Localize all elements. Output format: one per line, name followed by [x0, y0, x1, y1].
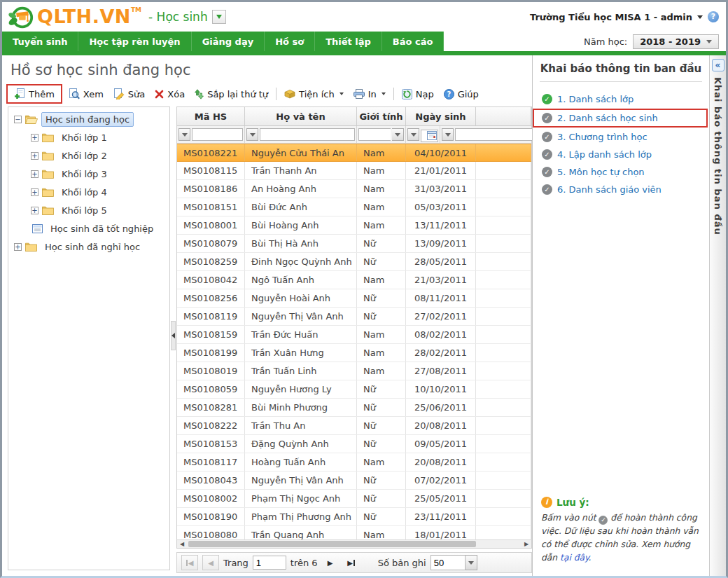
toolbar-refresh-button[interactable]: Nạp	[397, 86, 439, 102]
tree-item-2[interactable]: +Khối lớp 2	[8, 146, 169, 165]
table-row[interactable]: MS0108115Trần Thanh AnNam21/01/2011	[177, 162, 531, 180]
expand-node-icon[interactable]: +	[31, 207, 38, 214]
table-row[interactable]: MS0108001Bùi Hoàng AnhNam13/11/2011	[177, 216, 531, 235]
setup-step-2[interactable]: ✓2. Danh sách học sinh	[533, 109, 708, 128]
expand-node-icon[interactable]: +	[31, 188, 38, 196]
column-header-3[interactable]: Ngày sinh	[406, 107, 476, 125]
nav-tab-4[interactable]: Thiết lập	[315, 32, 382, 51]
page-size-select[interactable]	[430, 555, 477, 570]
calendar-icon[interactable]	[427, 130, 437, 143]
tree-item-0[interactable]: −Học sinh đang học	[8, 110, 169, 128]
toolbar-add-button[interactable]: Thêm	[9, 85, 59, 102]
filter-cell-3	[406, 126, 440, 143]
help-icon[interactable]: ?	[708, 11, 719, 22]
toolbar-view-button[interactable]: Xem	[64, 85, 108, 102]
tree-item-5[interactable]: +Khối lớp 5	[8, 201, 169, 219]
nav-tab-3[interactable]: Hồ sơ	[265, 32, 315, 51]
horizontal-scrollbar[interactable]: ◀ ▶	[176, 539, 532, 549]
extra-cell	[476, 235, 531, 252]
gender-filter-select[interactable]	[358, 128, 391, 141]
tree-item-3[interactable]: +Khối lớp 3	[8, 165, 169, 183]
filter-operator-dropdown[interactable]	[178, 128, 190, 141]
filter-operator-dropdown[interactable]	[246, 128, 258, 141]
filter-input[interactable]	[260, 128, 355, 141]
scrollbar-thumb[interactable]	[188, 541, 476, 547]
table-row[interactable]: MS0108019Trần Tuấn LinhNam27/08/2011	[177, 362, 531, 380]
toolbar-utility-button[interactable]: Tiện ích	[279, 86, 349, 102]
table-row[interactable]: MS0108080Trần Quang AnhNam18/01/2011	[177, 526, 531, 539]
column-header-2[interactable]: Giới tính	[357, 107, 406, 125]
expand-node-icon[interactable]: +	[14, 243, 22, 251]
table-row[interactable]: MS0108059Nguyễn Hương LyNữ10/10/2011	[177, 380, 531, 399]
toolbar-help-button[interactable]: ?Giúp	[439, 86, 484, 102]
table-row[interactable]: MS0108151Bùi Đức AnhNam05/03/2011	[177, 198, 531, 216]
last-page-button[interactable]: ▶	[343, 555, 360, 570]
table-row[interactable]: MS0108153Đặng Quỳnh AnhNữ09/05/2011	[177, 435, 531, 453]
tree-item-1[interactable]: +Khối lớp 1	[8, 128, 169, 146]
table-row[interactable]: MS0108042Ngô Tuấn AnhNam21/03/2011	[177, 271, 531, 289]
filter-input[interactable]	[192, 128, 243, 141]
tree-item-4[interactable]: +Khối lớp 4	[8, 183, 169, 201]
setup-step-4[interactable]: ✓4. Lập danh sách lớp	[533, 146, 709, 163]
first-page-button[interactable]: ◀	[181, 555, 198, 570]
collapse-sidebar-button[interactable]: «	[712, 59, 724, 71]
page-number-input[interactable]	[253, 556, 286, 570]
table-row[interactable]: MS0108002Phạm Thị Ngọc AnhNữ25/05/2011	[177, 490, 531, 508]
nav-tab-0[interactable]: Tuyển sinh	[2, 32, 78, 51]
splitter-grip[interactable]	[171, 321, 176, 350]
student-name-cell: Đặng Quỳnh Anh	[245, 435, 357, 453]
table-row[interactable]: MS0108043Nguyễn Thị Vân AnhNữ07/02/2011	[177, 472, 531, 490]
table-row[interactable]: MS0108117Hoàng Tuấn AnhNam20/08/2011	[177, 453, 531, 472]
table-row[interactable]: MS0108222Trần Thu AnNữ20/08/2011	[177, 417, 531, 435]
expand-node-icon[interactable]: +	[31, 170, 38, 178]
nav-tab-5[interactable]: Báo cáo	[382, 32, 444, 51]
page-size-value[interactable]	[430, 555, 465, 570]
guide-link[interactable]: tại đây	[560, 553, 589, 563]
setup-step-5[interactable]: ✓5. Môn học tự chọn	[533, 163, 709, 181]
column-header-1[interactable]: Họ và tên	[245, 107, 357, 125]
table-row[interactable]: MS0108186An Hoàng AnhNam31/03/2011	[177, 180, 531, 198]
column-header-4[interactable]	[476, 107, 531, 125]
nav-tab-2[interactable]: Giảng dạy	[192, 32, 265, 51]
expand-node-icon[interactable]: +	[31, 134, 38, 142]
scrollbar-track[interactable]	[187, 540, 522, 548]
toolbar-print-button[interactable]: In	[349, 86, 391, 102]
app-window: QLTH.VN TM - Học sinh Trường Tiểu học MI…	[0, 0, 728, 578]
school-year-select[interactable]: 2018 - 2019	[633, 34, 719, 49]
nav-tab-1[interactable]: Học tập rèn luyện	[78, 32, 191, 51]
table-row[interactable]: MS0108221Nguyễn Cửu Thái AnNam04/10/2011	[177, 144, 531, 162]
setup-step-3[interactable]: ✓3. Chương trình học	[533, 128, 709, 146]
account-menu[interactable]: Trường Tiểu học MISA 1 - admin	[530, 12, 692, 22]
next-page-button[interactable]: ▶	[322, 555, 339, 570]
panel-splitter[interactable]	[170, 106, 176, 573]
table-row[interactable]: MS0108159Trần Đức HuấnNam08/02/2011	[177, 326, 531, 344]
table-row[interactable]: MS0108256Nguyễn Hoài AnhNữ08/11/2011	[177, 289, 531, 308]
toolbar-sort-button[interactable]: Sắp lại thứ tự	[190, 86, 273, 102]
tree-item-6[interactable]: Học sinh đã tốt nghiệp	[8, 219, 169, 238]
table-row[interactable]: MS0108199Trần Xuân HưngNam28/02/2011	[177, 344, 531, 362]
student-id-cell: MS0108059	[177, 380, 245, 398]
chevron-down-icon[interactable]	[697, 15, 703, 19]
scroll-left-icon[interactable]: ◀	[177, 541, 187, 547]
prev-page-button[interactable]: ◀	[202, 555, 219, 570]
toolbar-delete-button[interactable]: Xóa	[150, 86, 190, 102]
chevron-down-icon[interactable]	[392, 128, 404, 141]
table-row[interactable]: MS0108190Phạm Thị Phương AnhNữ23/11/2011	[177, 508, 531, 526]
setup-step-6[interactable]: ✓6. Danh sách giáo viên	[533, 181, 709, 198]
table-row[interactable]: MS0108119Nguyễn Thị Vân AnhNữ27/02/2011	[177, 308, 531, 326]
setup-step-1[interactable]: ✓1. Danh sách lớp	[533, 90, 709, 108]
table-row[interactable]: MS0108079Bùi Thị Hà AnhNữ13/09/2011	[177, 235, 531, 253]
table-row[interactable]: MS0108281Bùi Minh PhươngNữ25/06/2011	[177, 399, 531, 417]
scroll-right-icon[interactable]: ▶	[522, 541, 531, 547]
tree-item-7[interactable]: +Học sinh đã nghỉ học	[8, 238, 169, 256]
filter-operator-dropdown[interactable]	[407, 128, 419, 141]
student-id-cell: MS0108186	[177, 180, 245, 198]
filter-operator-dropdown[interactable]	[442, 128, 454, 141]
collapse-node-icon[interactable]: −	[14, 116, 22, 123]
table-row[interactable]: MS0108259Đinh Ngọc Quỳnh AnhNữ28/05/2011	[177, 253, 531, 271]
column-header-0[interactable]: Mã HS	[177, 107, 245, 125]
expand-node-icon[interactable]: +	[31, 152, 38, 160]
module-dropdown-button[interactable]	[212, 10, 226, 24]
chevron-down-icon[interactable]	[465, 555, 477, 570]
toolbar-edit-button[interactable]: Sửa	[108, 85, 150, 102]
